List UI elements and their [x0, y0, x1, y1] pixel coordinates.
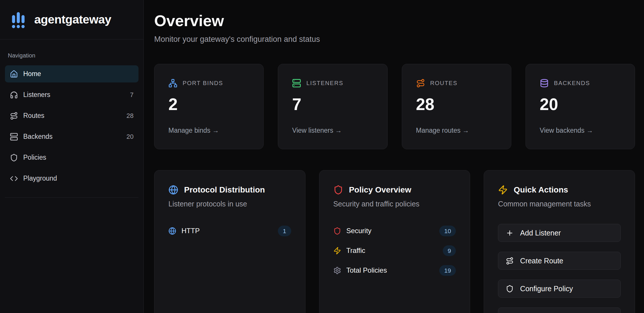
policy-label: Traffic	[346, 247, 365, 255]
page-title: Overview	[154, 12, 635, 30]
shield-icon	[333, 227, 341, 235]
add-listener-button[interactable]: Add Listener	[498, 224, 621, 242]
stat-card-value: 28	[416, 95, 497, 114]
shield-icon	[506, 285, 514, 293]
stat-card-label: LISTENERS	[306, 80, 343, 87]
quick-actions-card: Quick Actions Common management tasks Ad…	[484, 170, 635, 313]
sidebar-item-label: Policies	[23, 154, 46, 161]
panel-title: Protocol Distribution	[184, 185, 265, 195]
policy-label: Security	[346, 227, 372, 235]
sidebar-item-label: Home	[23, 70, 41, 78]
create-route-button[interactable]: Create Route	[498, 252, 621, 270]
stat-card-label: PORT BINDS	[183, 80, 223, 87]
stat-card-label: BACKENDS	[554, 80, 590, 87]
route-icon	[416, 79, 425, 88]
network-icon	[168, 79, 177, 88]
policy-count-badge: 9	[443, 245, 456, 256]
policy-label: Total Policies	[346, 266, 387, 274]
panel-title: Policy Overview	[349, 185, 411, 195]
panel-subtitle: Listener protocols in use	[168, 199, 291, 208]
panel-subtitle: Common management tasks	[498, 199, 621, 208]
stat-card-label: ROUTES	[430, 80, 458, 87]
globe-icon	[168, 227, 176, 235]
sidebar-item-routes[interactable]: Routes 28	[5, 107, 138, 124]
stat-card-backends: BACKENDS 20 View backends →	[526, 64, 635, 149]
sidebar-header: agentgateway	[0, 0, 143, 39]
sidebar-item-home[interactable]: Home	[5, 65, 138, 82]
sidebar-item-count: 28	[127, 112, 134, 120]
plus-icon	[506, 229, 514, 237]
stat-card-routes: ROUTES 28 Manage routes →	[402, 64, 511, 149]
sidebar-item-label: Playground	[23, 175, 57, 182]
headphones-icon	[10, 91, 18, 99]
policy-row-total: Total Policies 19	[333, 263, 456, 277]
view-listeners-link[interactable]: View listeners →	[292, 127, 373, 134]
server-icon	[10, 133, 18, 141]
view-backends-link[interactable]: View backends →	[540, 127, 621, 134]
brand-name: agentgateway	[34, 13, 111, 26]
sidebar-item-listeners[interactable]: Listeners 7	[5, 86, 138, 103]
sidebar: agentgateway Navigation Home Listeners 7…	[0, 0, 144, 313]
sidebar-nav: Navigation Home Listeners 7 Routes 28 Ba…	[0, 52, 143, 198]
sidebar-item-label: Backends	[23, 133, 53, 141]
gear-icon	[333, 267, 341, 274]
page-subtitle: Monitor your gateway's configuration and…	[154, 34, 635, 44]
stat-card-value: 2	[168, 95, 249, 114]
policy-count-badge: 19	[439, 265, 456, 276]
zap-icon	[333, 247, 341, 255]
panel-subtitle: Security and traffic policies	[333, 199, 456, 208]
stat-cards-row: PORT BINDS 2 Manage binds → LISTENERS 7 …	[154, 64, 635, 149]
protocol-distribution-card: Protocol Distribution Listener protocols…	[154, 170, 305, 313]
panels-row: Protocol Distribution Listener protocols…	[154, 170, 635, 313]
protocol-count-badge: 1	[278, 226, 291, 236]
shield-icon	[10, 154, 18, 162]
sidebar-item-playground[interactable]: Playground	[5, 170, 138, 187]
stat-card-value: 20	[540, 95, 621, 114]
policy-overview-card: Policy Overview Security and traffic pol…	[319, 170, 470, 313]
sidebar-divider	[5, 197, 138, 198]
quick-action-button-partial[interactable]	[498, 307, 621, 313]
nav-section-label: Navigation	[8, 52, 138, 59]
stat-card-port-binds: PORT BINDS 2 Manage binds →	[154, 64, 264, 149]
sidebar-item-count: 7	[130, 91, 134, 99]
policy-count-badge: 10	[439, 226, 456, 236]
protocol-row-http: HTTP 1	[168, 224, 291, 238]
policy-row-security: Security 10	[333, 224, 456, 238]
globe-icon	[168, 185, 178, 195]
zap-icon	[498, 185, 508, 195]
panel-title: Quick Actions	[514, 185, 568, 195]
sidebar-item-label: Listeners	[23, 91, 50, 99]
code-icon	[10, 175, 18, 183]
agentgateway-logo-icon	[8, 10, 28, 30]
manage-routes-link[interactable]: Manage routes →	[416, 127, 497, 134]
sidebar-item-policies[interactable]: Policies	[5, 149, 138, 166]
main-content: Overview Monitor your gateway's configur…	[144, 0, 644, 313]
protocol-label: HTTP	[181, 227, 200, 235]
home-icon	[10, 70, 18, 78]
stat-card-value: 7	[292, 95, 373, 114]
stat-card-listeners: LISTENERS 7 View listeners →	[278, 64, 387, 149]
route-icon	[506, 257, 514, 265]
route-icon	[10, 112, 18, 120]
shield-icon	[333, 185, 343, 195]
database-icon	[540, 79, 549, 88]
sidebar-item-count: 20	[127, 133, 134, 141]
configure-policy-button[interactable]: Configure Policy	[498, 280, 621, 298]
policy-row-traffic: Traffic 9	[333, 244, 456, 258]
manage-binds-link[interactable]: Manage binds →	[168, 127, 249, 134]
sidebar-item-backends[interactable]: Backends 20	[5, 128, 138, 145]
sidebar-item-label: Routes	[23, 112, 44, 120]
server-icon	[292, 79, 301, 88]
